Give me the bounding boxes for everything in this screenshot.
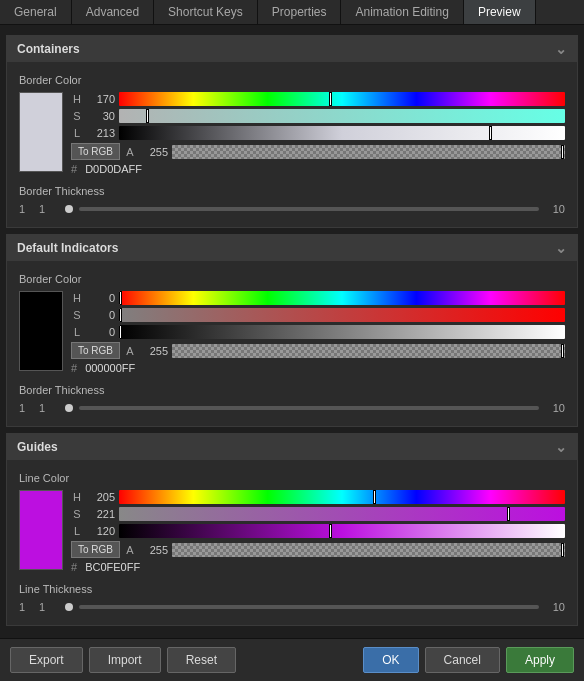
containers-color-block: H 170 S 30 [19, 92, 565, 175]
di-s-value: 0 [87, 309, 115, 321]
di-thickness-dot [65, 404, 73, 412]
guides-thickness-max: 10 [545, 601, 565, 613]
containers-a-value: 255 [140, 146, 168, 158]
tab-general[interactable]: General [0, 0, 72, 24]
ok-button[interactable]: OK [363, 647, 418, 673]
containers-thickness-track[interactable] [79, 207, 539, 211]
cancel-button[interactable]: Cancel [425, 647, 500, 673]
guides-title: Guides [17, 440, 58, 454]
di-h-track[interactable] [119, 291, 565, 305]
containers-s-value: 30 [87, 110, 115, 122]
di-s-label: S [71, 309, 83, 321]
guides-thickness-min: 1 [19, 601, 33, 613]
apply-button[interactable]: Apply [506, 647, 574, 673]
guides-s-track[interactable] [119, 507, 565, 521]
guides-hex-value: BC0FE0FF [85, 561, 140, 573]
di-thickness-section: Border Thickness 1 1 10 [19, 384, 565, 414]
tab-preview[interactable]: Preview [464, 0, 536, 24]
di-a-track[interactable] [172, 344, 565, 358]
containers-color-preview[interactable] [19, 92, 63, 172]
containers-sliders: H 170 S 30 [71, 92, 565, 175]
guides-to-rgb-btn[interactable]: To RGB [71, 541, 120, 558]
di-h-value: 0 [87, 292, 115, 304]
containers-l-track[interactable] [119, 126, 565, 140]
containers-thickness-row: 1 1 10 [19, 203, 565, 215]
containers-a-track[interactable] [172, 145, 565, 159]
guides-a-value: 255 [140, 544, 168, 556]
containers-chevron[interactable]: ⌄ [555, 41, 567, 57]
default-indicators-border-color-label: Border Color [19, 273, 565, 285]
di-a-row: To RGB A 255 [71, 342, 565, 359]
default-indicators-sliders: H 0 S 0 [71, 291, 565, 374]
guides-a-row: To RGB A 255 [71, 541, 565, 558]
di-thickness-val: 1 [39, 402, 59, 414]
di-thickness-min: 1 [19, 402, 33, 414]
di-to-rgb-btn[interactable]: To RGB [71, 342, 120, 359]
di-hex-value: 000000FF [85, 362, 135, 374]
tab-bar: General Advanced Shortcut Keys Propertie… [0, 0, 584, 25]
di-l-row: L 0 [71, 325, 565, 339]
tab-properties[interactable]: Properties [258, 0, 342, 24]
containers-section: Containers ⌄ Border Color H 170 [6, 35, 578, 228]
guides-h-label: H [71, 491, 83, 503]
guides-s-row: S 221 [71, 507, 565, 521]
export-button[interactable]: Export [10, 647, 83, 673]
tab-shortcut-keys[interactable]: Shortcut Keys [154, 0, 258, 24]
containers-a-row: To RGB A 255 [71, 143, 565, 160]
containers-h-track[interactable] [119, 92, 565, 106]
bottom-left-buttons: Export Import Reset [10, 647, 236, 673]
guides-sliders: H 205 S 221 [71, 490, 565, 573]
containers-thickness-min: 1 [19, 203, 33, 215]
bottom-right-buttons: OK Cancel Apply [363, 647, 574, 673]
containers-header[interactable]: Containers ⌄ [7, 36, 577, 62]
import-button[interactable]: Import [89, 647, 161, 673]
guides-section: Guides ⌄ Line Color H 205 [6, 433, 578, 626]
reset-button[interactable]: Reset [167, 647, 236, 673]
containers-border-color-label: Border Color [19, 74, 565, 86]
containers-to-rgb-btn[interactable]: To RGB [71, 143, 120, 160]
containers-h-row: H 170 [71, 92, 565, 106]
default-indicators-section: Default Indicators ⌄ Border Color H 0 [6, 234, 578, 427]
containers-h-label: H [71, 93, 83, 105]
di-a-label: A [124, 345, 136, 357]
guides-header[interactable]: Guides ⌄ [7, 434, 577, 460]
guides-thickness-val: 1 [39, 601, 59, 613]
containers-s-track[interactable] [119, 109, 565, 123]
di-thickness-track[interactable] [79, 406, 539, 410]
containers-l-row: L 213 [71, 126, 565, 140]
tab-advanced[interactable]: Advanced [72, 0, 154, 24]
di-thickness-label: Border Thickness [19, 384, 565, 396]
containers-h-value: 170 [87, 93, 115, 105]
di-h-label: H [71, 292, 83, 304]
guides-h-value: 205 [87, 491, 115, 503]
di-l-track[interactable] [119, 325, 565, 339]
guides-line-color-label: Line Color [19, 472, 565, 484]
guides-thickness-section: Line Thickness 1 1 10 [19, 583, 565, 613]
guides-l-value: 120 [87, 525, 115, 537]
containers-thickness-label: Border Thickness [19, 185, 565, 197]
guides-color-preview[interactable] [19, 490, 63, 570]
default-indicators-header[interactable]: Default Indicators ⌄ [7, 235, 577, 261]
guides-a-track[interactable] [172, 543, 565, 557]
tab-animation-editing[interactable]: Animation Editing [341, 0, 463, 24]
guides-h-track[interactable] [119, 490, 565, 504]
containers-thickness-section: Border Thickness 1 1 10 [19, 185, 565, 215]
containers-a-label: A [124, 146, 136, 158]
containers-s-row: S 30 [71, 109, 565, 123]
default-indicators-color-preview[interactable] [19, 291, 63, 371]
di-s-track[interactable] [119, 308, 565, 322]
guides-thickness-track[interactable] [79, 605, 539, 609]
default-indicators-title: Default Indicators [17, 241, 118, 255]
guides-hex-row: # BC0FE0FF [71, 561, 565, 573]
containers-l-label: L [71, 127, 83, 139]
guides-l-track[interactable] [119, 524, 565, 538]
containers-thickness-val: 1 [39, 203, 59, 215]
guides-thickness-dot [65, 603, 73, 611]
containers-hex-row: # D0D0DAFF [71, 163, 565, 175]
guides-s-label: S [71, 508, 83, 520]
di-l-value: 0 [87, 326, 115, 338]
default-indicators-chevron[interactable]: ⌄ [555, 240, 567, 256]
containers-thickness-max: 10 [545, 203, 565, 215]
bottom-bar: Export Import Reset OK Cancel Apply [0, 638, 584, 681]
guides-chevron[interactable]: ⌄ [555, 439, 567, 455]
